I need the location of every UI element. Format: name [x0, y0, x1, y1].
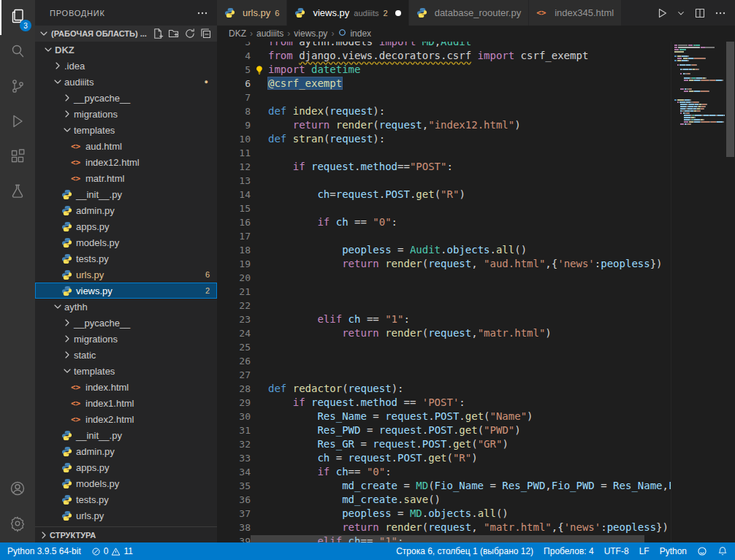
tree-item-matr-html[interactable]: <>matr.html: [35, 170, 217, 186]
collapse-all-icon[interactable]: [198, 26, 214, 41]
code-line-13[interactable]: 13: [217, 174, 735, 188]
line-number[interactable]: 5: [217, 63, 251, 77]
tab-database-roouter-py[interactable]: database_roouter.py: [409, 0, 530, 26]
activity-extensions-button[interactable]: [0, 140, 35, 175]
code-line-4[interactable]: 4from django.views.decorators.csrf impor…: [217, 49, 735, 63]
workspace-section-header[interactable]: (РАБОЧАЯ ОБЛАСТЬ) ...: [35, 26, 217, 42]
line-number[interactable]: 21: [217, 285, 251, 299]
line-number[interactable]: 38: [217, 521, 251, 534]
more-actions-icon[interactable]: [197, 7, 208, 19]
code-line-16[interactable]: 16 if ch == "0":: [217, 215, 735, 229]
python-version-status[interactable]: Python 3.9.5 64-bit: [7, 546, 81, 556]
code-line-11[interactable]: 11: [217, 146, 735, 160]
code-line-15[interactable]: 15: [217, 202, 735, 215]
code-line-17[interactable]: 17: [217, 229, 735, 243]
line-number[interactable]: 19: [217, 257, 251, 271]
tree-item-models-py[interactable]: models.py: [35, 475, 217, 491]
breadcrumb-item-views.py[interactable]: views.py: [294, 28, 327, 39]
code-line-31[interactable]: 31 Res_PWD = request.POST.get("PWD"): [217, 423, 735, 437]
tree-item-urls-py[interactable]: urls.py6: [35, 266, 217, 283]
activity-explorer-button[interactable]: 3: [0, 0, 35, 35]
tree-item-index2-html[interactable]: <>index2.html: [35, 411, 217, 427]
tree-item-dkz[interactable]: DKZ: [35, 42, 217, 58]
line-number[interactable]: 34: [217, 465, 251, 479]
breadcrumb-item-audiiits[interactable]: audiiits: [256, 28, 283, 39]
line-number[interactable]: 32: [217, 437, 251, 451]
horizontal-scrollbar[interactable]: [251, 535, 669, 542]
line-number[interactable]: 11: [217, 146, 251, 160]
refresh-icon[interactable]: [182, 26, 198, 41]
bell-icon[interactable]: [717, 546, 728, 556]
code-line-33[interactable]: 33 ch = request.POST.get("R"): [217, 451, 735, 465]
vertical-scrollbar-thumb[interactable]: [726, 42, 734, 157]
code-line-12[interactable]: 12 if request.method=="POST":: [217, 160, 735, 174]
tree-item-migrations[interactable]: migrations: [35, 331, 217, 347]
code-line-9[interactable]: 9 return render(request,"index12.html"): [217, 118, 735, 132]
tree-item-migrations[interactable]: migrations: [35, 106, 217, 122]
line-number[interactable]: 30: [217, 410, 251, 423]
line-number[interactable]: 17: [217, 229, 251, 243]
tree-item-index12-html[interactable]: <>index12.html: [35, 154, 217, 170]
line-number[interactable]: 6: [217, 77, 251, 91]
line-number[interactable]: 20: [217, 271, 251, 285]
tree-item-admin-py[interactable]: admin.py: [35, 443, 217, 459]
tree-item-init-py[interactable]: __init__.py: [35, 427, 217, 443]
line-number[interactable]: 22: [217, 299, 251, 312]
line-number[interactable]: 8: [217, 104, 251, 118]
code-line-6[interactable]: 6@csrf_exempt: [217, 77, 735, 91]
minimap[interactable]: [671, 42, 725, 542]
tree-item-index1-html[interactable]: <>index1.html: [35, 395, 217, 411]
tab-views-py[interactable]: views.pyaudiiits2: [287, 0, 408, 26]
language-mode-status[interactable]: Python: [660, 546, 687, 556]
code-line-34[interactable]: 34 if ch== "0":: [217, 465, 735, 479]
vertical-scrollbar[interactable]: [725, 42, 735, 542]
breadcrumb-item-index[interactable]: index: [338, 28, 371, 39]
tree-item-audiiits[interactable]: audiiits●: [35, 74, 217, 90]
activity-settings-button[interactable]: [0, 507, 35, 542]
line-number[interactable]: 24: [217, 326, 251, 340]
code-line-32[interactable]: 32 Res_GR = request.POST.get("GR"): [217, 437, 735, 451]
line-number[interactable]: 26: [217, 354, 251, 368]
problems-status[interactable]: 011: [91, 546, 133, 556]
tree-item-static[interactable]: static: [35, 347, 217, 363]
line-number[interactable]: 7: [217, 91, 251, 104]
code-line-37[interactable]: 37 peopless = MD.objects.all(): [217, 507, 735, 521]
tree-item-models-py[interactable]: models.py: [35, 234, 217, 250]
line-number[interactable]: 3: [217, 42, 251, 49]
activity-testing-button[interactable]: [0, 175, 35, 210]
tree-item-init-py[interactable]: __init__.py: [35, 186, 217, 202]
horizontal-scrollbar-thumb[interactable]: [251, 535, 644, 542]
line-number[interactable]: 16: [217, 215, 251, 229]
tree-item-apps-py[interactable]: apps.py: [35, 218, 217, 234]
line-number[interactable]: 37: [217, 507, 251, 521]
line-number[interactable]: 39: [217, 534, 251, 542]
line-number[interactable]: 12: [217, 160, 251, 174]
code-line-10[interactable]: 10def stran(request):: [217, 132, 735, 146]
tree-item-aud-html[interactable]: <>aud.html: [35, 138, 217, 154]
line-number[interactable]: 28: [217, 382, 251, 396]
tree-item-aythh[interactable]: aythh: [35, 299, 217, 315]
tree-item-tests-py[interactable]: tests.py: [35, 491, 217, 507]
code-line-23[interactable]: 23 elif ch == "1":: [217, 312, 735, 326]
code-line-20[interactable]: 20: [217, 271, 735, 285]
code-editor[interactable]: 3from aythh.models import MD,Audit4from …: [217, 42, 735, 542]
tree-item-templates[interactable]: templates: [35, 363, 217, 379]
outline-section-header[interactable]: СТРУКТУРА: [35, 526, 217, 542]
split-editor-icon[interactable]: [694, 7, 706, 19]
code-line-3[interactable]: 3from aythh.models import MD,Audit: [217, 42, 735, 49]
tree-item-urls-py[interactable]: urls.py: [35, 507, 217, 523]
line-number[interactable]: 10: [217, 132, 251, 146]
tree-item-templates[interactable]: templates: [35, 122, 217, 138]
cursor-position-status[interactable]: Строка 6, столбец 1 (выбрано 12): [396, 546, 533, 556]
activity-account-button[interactable]: [0, 472, 35, 507]
code-line-35[interactable]: 35 md_create = MD(Fio_Name = Res_PWD,Fio…: [217, 479, 735, 493]
activity-search-button[interactable]: [0, 35, 35, 70]
tree-item-pycache[interactable]: __pycache__: [35, 90, 217, 106]
line-number[interactable]: 27: [217, 368, 251, 382]
line-number[interactable]: 4: [217, 49, 251, 63]
tree-item-tests-py[interactable]: tests.py: [35, 250, 217, 266]
code-line-26[interactable]: 26: [217, 354, 735, 368]
line-number[interactable]: 15: [217, 202, 251, 215]
line-number[interactable]: 29: [217, 396, 251, 410]
line-number[interactable]: 23: [217, 312, 251, 326]
